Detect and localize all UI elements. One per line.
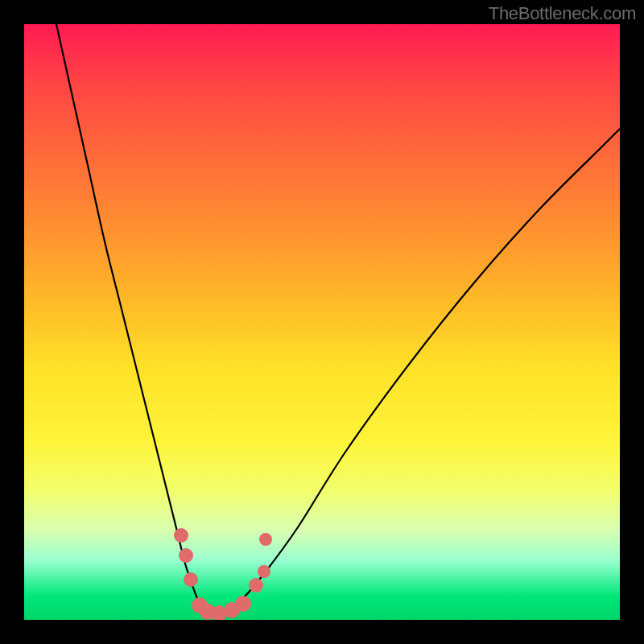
- chart-frame: TheBottleneck.com: [0, 0, 644, 644]
- marker-right-3: [259, 533, 272, 546]
- marker-right-2: [258, 565, 270, 578]
- marker-left-2: [179, 548, 193, 563]
- marker-right-1: [249, 578, 263, 592]
- plot-area: [24, 24, 620, 620]
- marker-left-1: [174, 528, 188, 543]
- data-markers: [174, 528, 272, 620]
- bottleneck-curve: [56, 24, 620, 613]
- marker-left-3: [184, 572, 198, 587]
- watermark-text: TheBottleneck.com: [489, 3, 636, 24]
- chart-svg: [24, 24, 620, 620]
- marker-bottom-5: [235, 596, 251, 612]
